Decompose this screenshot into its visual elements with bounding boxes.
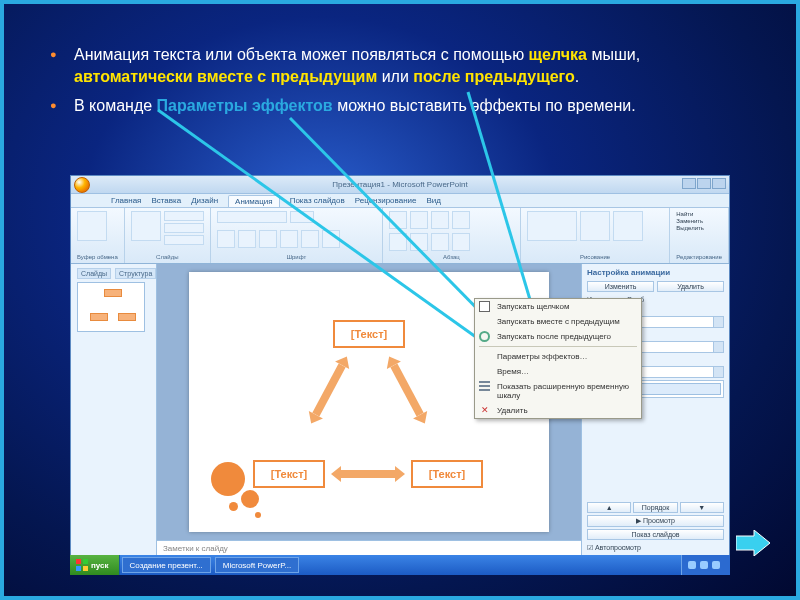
autopreview-label: Автопросмотр [595, 544, 641, 551]
reorder-up-button[interactable]: ▲ [587, 502, 631, 513]
font-family-select[interactable] [217, 211, 287, 223]
outdent-button[interactable] [452, 211, 470, 229]
tab-design[interactable]: Дизайн [191, 196, 218, 205]
start-button[interactable]: пуск [70, 555, 120, 575]
columns-button[interactable] [452, 233, 470, 251]
kw-with-previous: автоматически вместе с предыдущим [74, 68, 377, 85]
timeline-icon [479, 381, 490, 392]
tab-animation[interactable]: Анимация [228, 195, 280, 207]
find-button[interactable]: Найти [676, 211, 722, 217]
office-button-icon[interactable] [74, 177, 90, 193]
arrange-button[interactable] [580, 211, 610, 241]
tab-view[interactable]: Вид [427, 196, 441, 205]
cm-label: Запускать щелчком [497, 302, 569, 311]
ribbon-group-clipboard: Буфер обмена [71, 208, 125, 263]
cm-label: Время… [497, 367, 529, 376]
tab-slideshow[interactable]: Показ слайдов [290, 196, 345, 205]
smartart-node[interactable]: [Текст] [411, 460, 483, 488]
close-button[interactable] [712, 178, 726, 189]
smartart-arrow [312, 363, 345, 416]
indent-button[interactable] [431, 211, 449, 229]
reorder-label: Порядок [633, 502, 677, 513]
smartart-node[interactable]: [Текст] [333, 320, 405, 348]
txt: можно выставить эффекты по времени. [333, 97, 636, 114]
quickstyles-button[interactable] [613, 211, 643, 241]
animation-pane-title: Настройка анимации [587, 268, 724, 277]
slides-panel: Слайды Структура [71, 264, 157, 558]
bold-button[interactable] [217, 230, 235, 248]
panel-tab-slides[interactable]: Слайды [77, 268, 111, 279]
ribbon-group-label: Шрифт [217, 254, 376, 260]
strike-button[interactable] [301, 230, 319, 248]
system-tray[interactable] [681, 555, 730, 575]
kw-click: щелчка [529, 46, 587, 63]
ribbon-group-label: Редактирование [676, 254, 722, 260]
cm-start-on-click[interactable]: Запускать щелчком [475, 299, 641, 314]
tab-insert[interactable]: Вставка [151, 196, 181, 205]
font-size-select[interactable] [290, 211, 314, 223]
align-right-button[interactable] [431, 233, 449, 251]
reset-button[interactable] [164, 223, 204, 233]
slide-thumbnail[interactable] [77, 282, 145, 332]
align-center-button[interactable] [410, 233, 428, 251]
tab-review[interactable]: Рецензирование [355, 196, 417, 205]
numbering-button[interactable] [410, 211, 428, 229]
chevron-down-icon [713, 367, 723, 377]
minimize-button[interactable] [682, 178, 696, 189]
delete-icon: ✕ [479, 405, 490, 416]
cm-timing[interactable]: Время… [475, 364, 641, 379]
window-controls [682, 178, 726, 189]
taskbar-item[interactable]: Создание презент... [122, 557, 211, 573]
cm-label: Параметры эффектов… [497, 352, 587, 361]
shadow-button[interactable] [280, 230, 298, 248]
bullets-button[interactable] [389, 211, 407, 229]
next-slide-arrow-icon[interactable] [736, 530, 770, 556]
windows-flag-icon [76, 559, 88, 571]
txt: Анимация текста или объекта может появля… [74, 46, 529, 63]
slideshow-button[interactable]: Показ слайдов [587, 529, 724, 540]
cm-label: Удалить [497, 406, 528, 415]
cm-start-after-previous[interactable]: Запускать после предыдущего [475, 329, 641, 344]
underline-button[interactable] [259, 230, 277, 248]
titlebar: Презентация1 - Microsoft PowerPoint [71, 176, 729, 194]
cm-show-timeline[interactable]: Показать расширенную временную шкалу [475, 379, 641, 403]
reorder-down-button[interactable]: ▼ [680, 502, 724, 513]
ribbon-group-paragraph: Абзац [383, 208, 521, 263]
separator [479, 346, 637, 347]
ribbon-group-label: Буфер обмена [77, 254, 118, 260]
font-color-button[interactable] [322, 230, 340, 248]
play-button[interactable]: ▶ Просмотр [587, 515, 724, 527]
windows-taskbar: пуск Создание презент... Microsoft Power… [70, 555, 730, 575]
delete-button[interactable] [164, 235, 204, 245]
slide-text: Анимация текста или объекта может появля… [70, 44, 760, 123]
maximize-button[interactable] [697, 178, 711, 189]
taskbar-item[interactable]: Microsoft PowerP... [215, 557, 299, 573]
new-slide-button[interactable] [131, 211, 161, 241]
cm-delete[interactable]: ✕Удалить [475, 403, 641, 418]
cm-start-with-previous[interactable]: Запускать вместе с предыдущим [475, 314, 641, 329]
mouse-icon [479, 301, 490, 312]
remove-effect-button[interactable]: Удалить [657, 281, 724, 292]
tray-icon[interactable] [700, 561, 708, 569]
autopreview-checkbox[interactable]: ☑ Автопросмотр [587, 542, 724, 554]
cm-effect-options[interactable]: Параметры эффектов… [475, 349, 641, 364]
slideshow-label: Показ слайдов [631, 531, 679, 538]
ribbon-group-font: Шрифт [211, 208, 383, 263]
layout-button[interactable] [164, 211, 204, 221]
paste-button[interactable] [77, 211, 107, 241]
ribbon-group-slides: Слайды [125, 208, 211, 263]
shapes-gallery[interactable] [527, 211, 577, 241]
tray-icon[interactable] [712, 561, 720, 569]
italic-button[interactable] [238, 230, 256, 248]
tray-icon[interactable] [688, 561, 696, 569]
panel-tab-outline[interactable]: Структура [115, 268, 156, 279]
align-left-button[interactable] [389, 233, 407, 251]
bullet-1: Анимация текста или объекта может появля… [70, 44, 760, 89]
replace-button[interactable]: Заменить [676, 218, 722, 224]
add-effect-button[interactable]: Изменить [587, 281, 654, 292]
chevron-down-icon [713, 342, 723, 352]
select-button[interactable]: Выделить [676, 225, 722, 231]
ribbon: Буфер обмена Слайды [71, 208, 729, 264]
smartart-node[interactable]: [Текст] [253, 460, 325, 488]
tab-home[interactable]: Главная [111, 196, 141, 205]
